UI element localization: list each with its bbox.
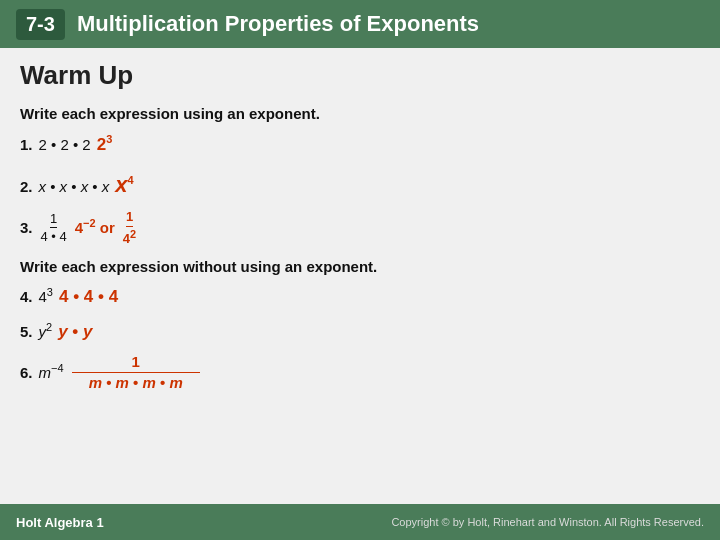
problem-5: 5. y2 y • y: [20, 318, 700, 347]
footer: Holt Algebra 1 Copyright © by Holt, Rine…: [0, 504, 720, 540]
problem-1: 1. 2 • 2 • 2 23: [20, 130, 700, 160]
answer-fraction-numerator: 1: [126, 209, 133, 227]
lesson-badge: 7-3: [16, 9, 65, 40]
instructions-1: Write each expression using an exponent.: [20, 103, 700, 124]
problem-1-answer: 23: [97, 130, 113, 160]
main-content: Warm Up Write each expression using an e…: [0, 48, 720, 504]
header: 7-3 Multiplication Properties of Exponen…: [0, 0, 720, 48]
problem-3-answer-fraction: 1 42: [123, 209, 136, 247]
problem-4: 4. 43 4 • 4 • 4: [20, 283, 700, 312]
problem-1-text: 2 • 2 • 2: [39, 132, 91, 158]
problem-5-answer: y • y: [58, 318, 92, 347]
content-area: Write each expression using an exponent.…: [20, 103, 700, 392]
footer-left: Holt Algebra 1: [16, 515, 104, 530]
problem-6: 6. m−4 1 m • m • m • m: [20, 353, 700, 392]
problem-6-num: 6.: [20, 360, 33, 386]
problem-3: 3. 1 4 • 4 4−2 or 1 42: [20, 209, 700, 247]
answer-fraction-denominator: 42: [123, 227, 136, 247]
instructions-2: Write each expression without using an e…: [20, 256, 700, 277]
problem-4-answer: 4 • 4 • 4: [59, 283, 118, 312]
problem-3-num: 3.: [20, 215, 33, 241]
problem-2: 2. x • x • x • x x4: [20, 166, 700, 203]
problem-4-num: 4.: [20, 284, 33, 310]
problem-5-num: 5.: [20, 319, 33, 345]
problem-2-num: 2.: [20, 174, 33, 200]
problem-4-text: 43: [39, 283, 53, 310]
header-title: Multiplication Properties of Exponents: [77, 11, 479, 37]
problem-6-answer: 1 m • m • m • m: [72, 353, 200, 392]
section-title: Warm Up: [20, 60, 700, 91]
problem-3-fraction: 1 4 • 4: [41, 211, 67, 245]
fraction-denominator: 4 • 4: [41, 228, 67, 245]
problem-2-text: x • x • x • x: [39, 174, 110, 200]
fraction-numerator: 1: [50, 211, 57, 229]
problem-5-text: y2: [39, 318, 53, 345]
problem-6-text: m−4: [39, 359, 64, 386]
footer-right: Copyright © by Holt, Rinehart and Winsto…: [391, 516, 704, 528]
problem-3-answer: 4−2 or: [75, 214, 115, 241]
problem-2-answer: x4: [115, 166, 133, 203]
problem-1-num: 1.: [20, 132, 33, 158]
